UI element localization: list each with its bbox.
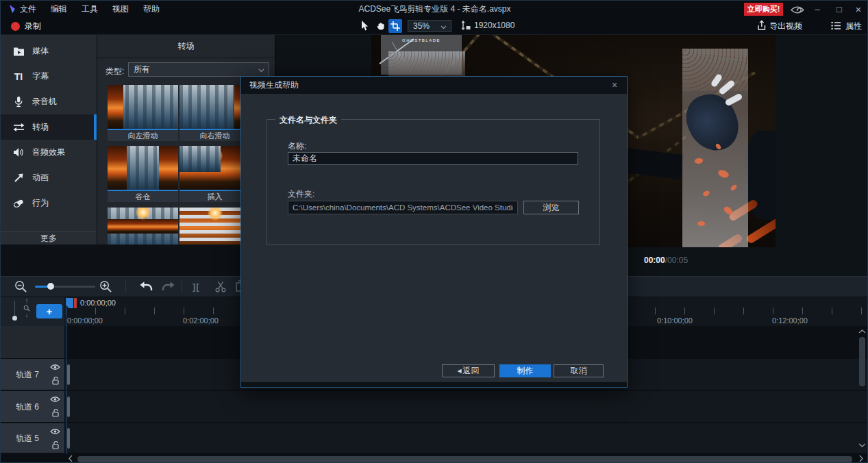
hand-tool-icon[interactable] (375, 21, 386, 32)
transition-barn[interactable]: 谷仓 (108, 146, 178, 202)
dialog-title-bar[interactable]: 视频生成帮助 × (241, 77, 627, 94)
make-button[interactable]: 制作 (499, 364, 551, 377)
dialog-title: 视频生成帮助 (249, 79, 299, 91)
current-time: 00:00 (644, 255, 665, 265)
split-clip-button[interactable]: ][ (193, 281, 200, 292)
cancel-button[interactable]: 取消 (554, 364, 604, 377)
track-height-slider[interactable] (14, 301, 15, 317)
resolution-icon (461, 21, 471, 31)
vertical-scroll-thumb[interactable] (859, 337, 865, 386)
total-time: /00:05 (665, 255, 688, 265)
vertical-zoom-control[interactable]: ↑ ↓ (23, 298, 31, 318)
transition-slide-left[interactable]: 向左滑动 (108, 85, 178, 141)
track-header[interactable]: 轨道 6 (1, 391, 64, 422)
back-button[interactable]: ◀ 返回 (442, 364, 495, 377)
speaker-icon (12, 147, 25, 158)
track-height-slider-thumb[interactable] (12, 316, 17, 321)
sidebar-item-audio-effects[interactable]: 音频效果 (1, 140, 97, 165)
cursor-tool-icon[interactable] (361, 21, 369, 32)
minimize-button[interactable]: – (810, 1, 825, 18)
transition-partial-1[interactable] (108, 208, 178, 245)
transition-insert[interactable]: 插入 (179, 146, 250, 202)
zoom-level-select[interactable]: 35% (408, 20, 451, 32)
add-track-button[interactable]: + (36, 304, 62, 318)
maximize-button[interactable]: □ (832, 1, 847, 18)
buy-now-button[interactable]: 立即购买! (744, 3, 783, 16)
transitions-icon (12, 123, 25, 132)
undo-icon[interactable] (139, 280, 153, 292)
menu-help[interactable]: 帮助 (143, 3, 160, 15)
visibility-eye-icon[interactable] (50, 428, 60, 435)
close-button[interactable]: × (851, 1, 866, 18)
export-icon[interactable] (756, 20, 767, 31)
dialog-bottom-edge (241, 382, 627, 387)
menu-view[interactable]: 视图 (112, 3, 129, 15)
redo-icon[interactable] (161, 280, 175, 292)
crop-tool-selected[interactable] (388, 19, 402, 33)
menu-tools[interactable]: 工具 (82, 3, 98, 15)
zoom-in-icon[interactable] (99, 280, 112, 293)
sidebar-item-label: 录音机 (32, 96, 57, 108)
record-icon[interactable] (11, 22, 20, 31)
folder-label: 文件夹: (288, 188, 314, 200)
sidebar-item-label: 字幕 (32, 71, 49, 82)
vertical-scrollbar[interactable] (857, 327, 867, 454)
ruler-time-label: 0:00:00;00 (67, 316, 103, 325)
horizontal-scroll-thumb[interactable] (77, 456, 852, 462)
back-arrow-icon: ◀ (457, 368, 461, 374)
sidebar-item-media[interactable]: 媒体 (1, 38, 97, 64)
sidebar-item-animation[interactable]: 动画 (1, 165, 97, 190)
scroll-down-icon[interactable] (858, 442, 866, 448)
visibility-eye-icon[interactable] (50, 364, 60, 371)
name-input[interactable] (288, 152, 578, 165)
track-handle[interactable] (67, 428, 70, 449)
properties-icon[interactable] (831, 21, 841, 30)
sidebar-item-transitions[interactable]: 转场 (1, 114, 97, 140)
track-handle[interactable] (67, 364, 70, 385)
timeline-zoom-slider-thumb[interactable] (47, 283, 54, 290)
track-name: 轨道 5 (16, 432, 39, 444)
type-select[interactable]: 所有 (128, 62, 269, 77)
eye-theme-icon[interactable] (790, 5, 805, 14)
transition-thumbnail (179, 208, 250, 245)
track-content[interactable] (66, 391, 868, 422)
sidebar-item-behavior[interactable]: 行为 (1, 190, 97, 216)
scroll-right-icon[interactable] (858, 455, 864, 462)
track-content[interactable] (66, 423, 868, 453)
transition-thumbnail (179, 146, 250, 190)
sidebar-item-subtitle[interactable]: TI 字幕 (1, 64, 97, 89)
properties-button[interactable]: 属性 (845, 21, 862, 32)
zoom-out-icon[interactable] (14, 280, 27, 293)
type-label: 类型: (106, 66, 124, 77)
overlay-clip (682, 49, 748, 247)
visibility-eye-icon[interactable] (50, 396, 60, 403)
track-header[interactable]: 轨道 5 (1, 423, 64, 453)
playhead-in-marker[interactable] (74, 298, 77, 308)
arrow-up-right-icon (12, 173, 25, 183)
unlock-icon[interactable] (52, 440, 60, 449)
track-handle[interactable] (67, 397, 70, 417)
transition-partial-2[interactable] (179, 208, 250, 245)
browse-button[interactable]: 浏览 (523, 201, 579, 214)
scissors-icon[interactable] (214, 281, 227, 292)
scroll-up-icon[interactable] (858, 329, 866, 334)
export-video-button[interactable]: 导出视频 (769, 21, 802, 32)
playhead-marker[interactable] (66, 298, 73, 308)
menu-file[interactable]: 文件 (20, 3, 36, 15)
playback-time: 00:00 /00:05 (644, 255, 688, 265)
dialog-close-icon[interactable]: × (608, 78, 621, 92)
more-button[interactable]: 更多 (1, 232, 97, 245)
track-header[interactable]: 轨道 7 (1, 359, 64, 390)
folder-input[interactable] (288, 201, 518, 214)
chevron-down-icon (258, 68, 264, 73)
menu-edit[interactable]: 编辑 (51, 3, 67, 15)
sidebar-item-label: 行为 (32, 197, 49, 209)
record-label[interactable]: 录制 (25, 21, 41, 32)
transition-slide-right[interactable]: 向右滑动 (179, 85, 250, 141)
chevron-down-icon (441, 25, 447, 29)
horizontal-scrollbar[interactable] (1, 454, 868, 463)
unlock-icon[interactable] (52, 408, 60, 417)
scroll-left-icon[interactable] (68, 455, 73, 462)
unlock-icon[interactable] (52, 376, 60, 385)
sidebar-item-recorder[interactable]: 录音机 (1, 89, 97, 114)
